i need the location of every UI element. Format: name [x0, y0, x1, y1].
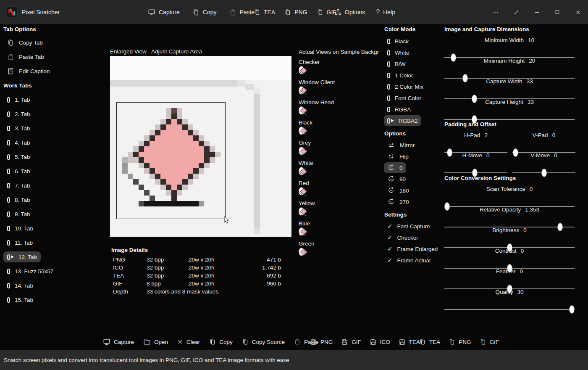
work-tab-item[interactable]: 7. Tab [3, 180, 34, 191]
option-label: 90 [399, 176, 406, 182]
work-tab-item[interactable]: 3. Tab [3, 123, 34, 134]
format-label: TEA [429, 339, 440, 345]
color-mode-item[interactable]: RGBA2 [384, 115, 421, 126]
slider-track[interactable] [444, 119, 575, 120]
rotate-option[interactable]: 90 [384, 174, 409, 185]
slider-value: 30 [517, 289, 524, 295]
copy-button[interactable]: Copy [209, 338, 233, 345]
settings-checkbox[interactable]: ✓Fast Capture [384, 221, 433, 232]
detail-bpp: 8 bpp [147, 280, 189, 287]
rotate-option[interactable]: 270 [384, 196, 412, 207]
work-tab-item[interactable]: 8. Tab [3, 194, 34, 205]
copy-tab-button[interactable]: Copy Tab [3, 37, 47, 48]
captured-step [237, 80, 245, 87]
copy-icon [317, 9, 323, 16]
rotate-option[interactable]: 0 [384, 162, 406, 173]
copy-icon [7, 39, 14, 46]
checkmark-icon: ✓ [387, 256, 393, 264]
format-label: GIF [490, 339, 499, 345]
copy-gif-button[interactable]: GIF [480, 338, 499, 345]
x-icon [177, 339, 183, 345]
maximize-button[interactable] [554, 9, 561, 15]
color-mode-item[interactable]: 2 Color Mix [384, 81, 427, 92]
work-tab-item[interactable]: 14. Tab [3, 280, 37, 291]
paste-button[interactable]: Paste [229, 9, 255, 16]
work-tab-item[interactable]: 9. Tab [3, 209, 34, 219]
slider-value: 1,353 [525, 206, 539, 213]
work-tab-item[interactable]: 1. Tab [3, 94, 34, 105]
more-button[interactable] [492, 9, 499, 16]
image-details-row: GIF8 bpp20w x 20h960 b [113, 280, 281, 287]
options-button[interactable]: Options [335, 9, 365, 16]
work-tab-item[interactable]: 2. Tab [3, 108, 34, 119]
copy-png-button[interactable]: PNG [449, 338, 471, 345]
slider-thumb[interactable] [541, 169, 547, 177]
paste-tab-button[interactable]: Paste Tab [3, 51, 48, 62]
titlebar: Pixel Snatcher Capture Copy Paste TEA [0, 0, 588, 24]
slider: V-Pad0 [512, 132, 575, 151]
copy-button[interactable]: Copy [192, 9, 217, 16]
tab-icon [7, 226, 10, 231]
copy-tea-button[interactable]: TEA [419, 338, 440, 345]
color-mode-label: White [395, 50, 410, 56]
copy-gif-button[interactable]: GIF [317, 9, 336, 16]
slider: Brightness0 [444, 227, 575, 246]
rotate-option[interactable]: 180 [384, 185, 412, 196]
slider-thumb[interactable] [569, 305, 575, 314]
flip-option[interactable]: Flip [384, 151, 412, 162]
copy-png-button[interactable]: PNG [284, 9, 307, 16]
tab-icon [7, 97, 10, 103]
work-tab-item[interactable]: 11. Tab [3, 237, 37, 248]
minimize-button[interactable] [533, 9, 540, 16]
floppy-icon [370, 338, 377, 346]
work-tab-item[interactable]: 12. Tab [3, 251, 41, 262]
save-ico-button[interactable]: ICO [370, 338, 390, 346]
slider: V-Move0 [512, 152, 575, 172]
slider-label: Scan Tolerance0 [444, 186, 575, 192]
expand-button[interactable] [513, 9, 520, 16]
color-mode-item[interactable]: 1 Color [384, 70, 417, 81]
open-button[interactable]: Open [143, 338, 168, 346]
captured-window-area [110, 56, 291, 80]
save-png-button[interactable]: PNG [310, 338, 333, 346]
capture-button[interactable]: Capture [103, 338, 134, 346]
setting-label: Fast Capture [397, 223, 430, 230]
slider-track[interactable] [444, 309, 575, 310]
capture-button[interactable]: Capture [148, 8, 180, 16]
settings-checkbox[interactable]: ✓Frame Actual [384, 255, 434, 266]
copy-source-button[interactable]: Copy Source [242, 338, 285, 345]
work-tab-item[interactable]: 13. Fuzz 55x57 [3, 266, 57, 277]
work-tab-item[interactable]: 10. Tab [3, 223, 37, 234]
close-icon [575, 9, 581, 16]
tab-icon [387, 73, 390, 78]
option-label: Mirror [400, 142, 415, 148]
close-button[interactable] [575, 9, 581, 16]
color-mode-item[interactable]: RGBA [384, 104, 414, 115]
tab-icon [387, 95, 390, 101]
work-tab-item[interactable]: 4. Tab [3, 137, 34, 148]
color-mode-item[interactable]: White [384, 47, 413, 58]
slider-label: Quality30 [444, 289, 575, 295]
save-gif-button[interactable]: GIF [341, 338, 361, 346]
edit-caption-button[interactable]: Edit Caption [3, 66, 54, 77]
capture-area-rect[interactable] [116, 102, 226, 219]
color-mode-item[interactable]: B/W [384, 58, 409, 69]
settings-checkbox[interactable]: ✓Frame Enlarged [384, 243, 441, 254]
color-mode-item[interactable]: Font Color [384, 92, 425, 103]
settings-checkbox[interactable]: ✓Checker [384, 232, 422, 243]
color-mode-item[interactable]: Black [384, 36, 412, 47]
slider-label: Contrast0 [444, 248, 575, 254]
copy-tea-button[interactable]: TEA [254, 9, 275, 16]
modes-panel: Color Mode BlackWhiteB/W1 Color2 Color M… [384, 24, 444, 298]
eraser-preview-thumb [299, 207, 304, 216]
eraser-preview-thumb [299, 167, 304, 175]
help-button[interactable]: ? Help [376, 8, 395, 16]
work-tab-item[interactable]: 15. Tab [3, 294, 37, 305]
mirror-option[interactable]: Mirror [384, 140, 418, 151]
detail-bpp: 32 bpp [147, 256, 189, 263]
clear-button[interactable]: Clear [177, 339, 200, 345]
work-tab-item[interactable]: 5. Tab [3, 151, 34, 162]
work-tab-item[interactable]: 6. Tab [3, 166, 34, 177]
slider-track[interactable] [444, 172, 507, 173]
slider-track[interactable] [512, 172, 575, 173]
